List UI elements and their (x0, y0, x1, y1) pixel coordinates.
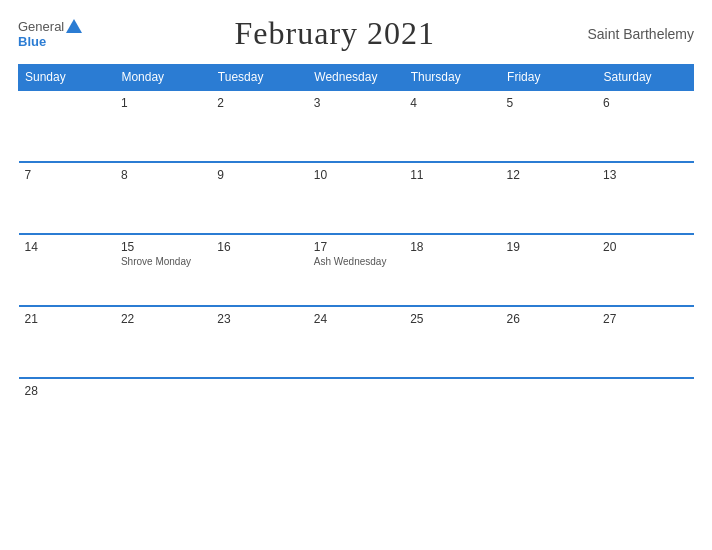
calendar-week-row: 21222324252627 (19, 306, 694, 378)
col-tuesday: Tuesday (211, 65, 307, 91)
calendar-cell: 28 (19, 378, 115, 450)
calendar-cell (404, 378, 500, 450)
calendar-cell: 3 (308, 90, 404, 162)
logo-line1: General (18, 19, 82, 34)
calendar-cell: 11 (404, 162, 500, 234)
calendar-cell: 5 (501, 90, 597, 162)
day-number: 24 (314, 312, 398, 326)
logo-triangle-icon (66, 19, 82, 33)
calendar-week-row: 78910111213 (19, 162, 694, 234)
day-number: 14 (25, 240, 109, 254)
logo-general-text: General (18, 19, 64, 34)
day-number: 5 (507, 96, 591, 110)
day-number: 27 (603, 312, 687, 326)
calendar-cell: 17Ash Wednesday (308, 234, 404, 306)
day-number: 17 (314, 240, 398, 254)
day-number: 3 (314, 96, 398, 110)
day-number: 1 (121, 96, 205, 110)
logo-line2: Blue (18, 34, 46, 49)
col-friday: Friday (501, 65, 597, 91)
day-number: 19 (507, 240, 591, 254)
calendar-cell: 27 (597, 306, 693, 378)
calendar-cell (19, 90, 115, 162)
calendar-cell: 18 (404, 234, 500, 306)
calendar-cell: 15Shrove Monday (115, 234, 211, 306)
day-number: 22 (121, 312, 205, 326)
calendar-cell: 10 (308, 162, 404, 234)
day-number: 12 (507, 168, 591, 182)
event-label: Ash Wednesday (314, 256, 398, 267)
calendar-cell: 14 (19, 234, 115, 306)
calendar-cell (597, 378, 693, 450)
day-number: 7 (25, 168, 109, 182)
col-sunday: Sunday (19, 65, 115, 91)
calendar-header: General Blue February 2021 Saint Barthel… (18, 15, 694, 52)
month-title: February 2021 (235, 15, 436, 52)
calendar-week-row: 28 (19, 378, 694, 450)
region-label: Saint Barthelemy (587, 26, 694, 42)
calendar-cell: 20 (597, 234, 693, 306)
calendar-container: General Blue February 2021 Saint Barthel… (0, 0, 712, 550)
calendar-week-row: 1415Shrove Monday1617Ash Wednesday181920 (19, 234, 694, 306)
col-saturday: Saturday (597, 65, 693, 91)
day-number: 13 (603, 168, 687, 182)
day-number: 8 (121, 168, 205, 182)
calendar-cell: 6 (597, 90, 693, 162)
calendar-cell: 1 (115, 90, 211, 162)
calendar-cell: 22 (115, 306, 211, 378)
logo: General Blue (18, 19, 82, 49)
logo-blue-text: Blue (18, 34, 46, 49)
calendar-cell: 21 (19, 306, 115, 378)
calendar-cell: 4 (404, 90, 500, 162)
col-thursday: Thursday (404, 65, 500, 91)
calendar-cell: 9 (211, 162, 307, 234)
day-number: 11 (410, 168, 494, 182)
calendar-cell: 8 (115, 162, 211, 234)
day-number: 10 (314, 168, 398, 182)
weekday-header-row: Sunday Monday Tuesday Wednesday Thursday… (19, 65, 694, 91)
day-number: 21 (25, 312, 109, 326)
day-number: 4 (410, 96, 494, 110)
event-label: Shrove Monday (121, 256, 205, 267)
calendar-cell: 2 (211, 90, 307, 162)
day-number: 6 (603, 96, 687, 110)
calendar-cell: 24 (308, 306, 404, 378)
day-number: 2 (217, 96, 301, 110)
day-number: 18 (410, 240, 494, 254)
day-number: 16 (217, 240, 301, 254)
calendar-cell: 26 (501, 306, 597, 378)
day-number: 26 (507, 312, 591, 326)
day-number: 28 (25, 384, 109, 398)
calendar-cell (308, 378, 404, 450)
calendar-cell: 25 (404, 306, 500, 378)
calendar-cell (211, 378, 307, 450)
calendar-cell (501, 378, 597, 450)
calendar-table: Sunday Monday Tuesday Wednesday Thursday… (18, 64, 694, 450)
day-number: 9 (217, 168, 301, 182)
calendar-cell (115, 378, 211, 450)
calendar-cell: 13 (597, 162, 693, 234)
calendar-cell: 19 (501, 234, 597, 306)
day-number: 25 (410, 312, 494, 326)
calendar-cell: 12 (501, 162, 597, 234)
calendar-week-row: 123456 (19, 90, 694, 162)
calendar-cell: 23 (211, 306, 307, 378)
day-number: 23 (217, 312, 301, 326)
col-wednesday: Wednesday (308, 65, 404, 91)
calendar-cell: 16 (211, 234, 307, 306)
day-number: 20 (603, 240, 687, 254)
day-number: 15 (121, 240, 205, 254)
calendar-cell: 7 (19, 162, 115, 234)
col-monday: Monday (115, 65, 211, 91)
